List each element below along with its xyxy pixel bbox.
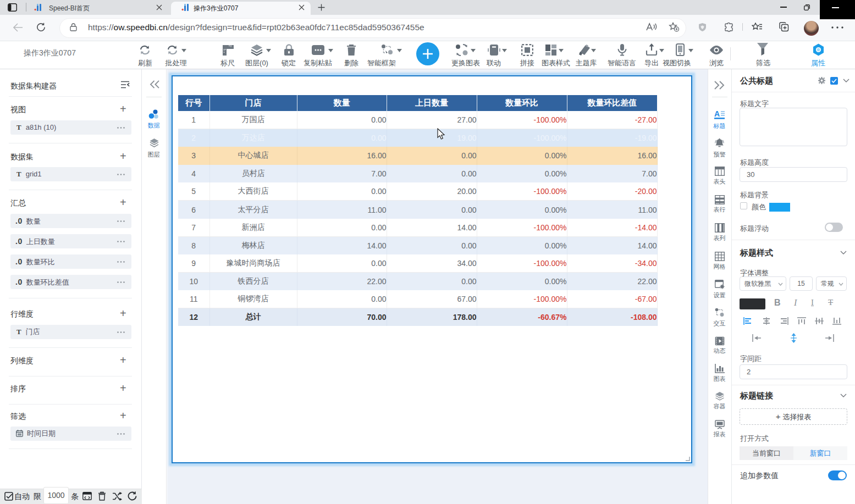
svg-text:A: A — [714, 109, 720, 118]
